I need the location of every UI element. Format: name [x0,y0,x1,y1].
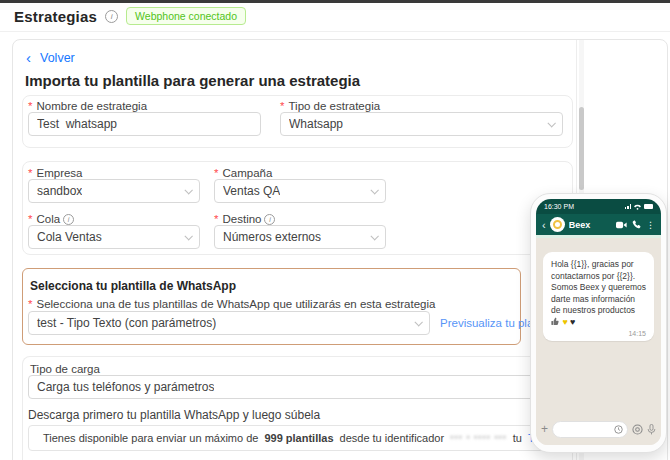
contact-name: Beex [569,220,612,230]
back-arrow-icon[interactable]: ‹ [542,219,546,231]
alert-text-2: desde tu identificador [340,432,445,444]
attach-plus-icon[interactable]: + [541,424,548,434]
video-call-icon[interactable] [616,221,627,229]
phone-statusbar: 16:30 PM [536,199,661,214]
back-link[interactable]: ‹ Volver [26,51,75,65]
alert-strong: 999 plantillas [264,432,333,444]
chat-area: Hola {{1}}, gracias por contactarnos por… [536,238,661,445]
statusbar-time: 16:30 PM [544,203,574,210]
form-title: Importa tu plantilla para generar una es… [25,72,360,89]
scrollbar-thumb[interactable] [579,107,584,190]
thumbs-up-emoji [551,317,560,326]
template-select[interactable]: test - Tipo Texto (con parámetros) [28,311,430,335]
required-marker: * [280,100,284,112]
chat-input-bar: + [536,417,661,445]
required-marker: * [28,213,32,225]
cola-select[interactable]: Cola Ventas [28,225,200,249]
chevron-down-icon [414,318,422,326]
nombre-label: * Nombre de estrategia [28,100,147,112]
template-select-label: * Selecciona una de tus plantillas de Wh… [28,298,435,310]
message-text: Hola {{1}}, gracias por contactarnos por… [551,259,646,315]
alert-text-1: Tienes disponible para enviar un máximo … [43,432,258,444]
microphone-icon[interactable] [647,424,656,435]
message-input[interactable] [552,421,628,438]
whatsapp-preview-phone: 16:30 PM ‹ Beex [530,193,667,453]
chevron-down-icon [184,186,192,194]
tier-info-alert: Tienes disponible para enviar un máximo … [28,425,563,451]
required-marker: * [214,213,218,225]
info-icon[interactable]: i [105,10,118,23]
campana-select[interactable]: Ventas QA [214,179,386,203]
message-time: 14:15 [551,330,646,337]
kebab-menu-icon[interactable]: ⋮ [646,220,655,230]
chevron-down-icon [370,186,378,194]
nombre-input[interactable] [28,112,261,136]
header-divider [0,31,670,32]
required-marker: * [28,298,32,310]
carga-label: Tipo de carga [30,363,100,375]
required-marker: * [28,100,32,112]
window-top-edge [0,0,670,3]
chevron-down-icon [184,232,192,240]
phone-screen: 16:30 PM ‹ Beex [536,199,661,445]
chevron-down-icon [370,232,378,240]
voice-call-icon[interactable] [632,220,641,229]
tipo-select[interactable]: Whatsapp [280,112,563,136]
battery-icon [644,204,653,209]
destino-select[interactable]: Números externos [214,225,386,249]
signal-icon [625,204,632,209]
campana-label: * Campaña [214,167,272,179]
yellow-heart-emoji: ♥ [562,317,567,327]
download-hint: Descarga primero tu plantilla WhatsApp y… [28,408,320,422]
chevron-down-icon [547,119,555,127]
template-section-heading: Selecciona tu plantilla de WhatsApp [30,279,236,293]
required-marker: * [214,167,218,179]
info-icon[interactable]: i [63,214,74,225]
contact-avatar [550,217,565,232]
destino-label: * Destino i [214,213,275,225]
template-message-bubble: Hola {{1}}, gracias por contactarnos por… [543,252,654,341]
chat-header: ‹ Beex ⋮ [536,214,661,235]
required-marker: * [28,167,32,179]
cola-label: * Cola i [28,213,74,225]
clock-sticker-icon[interactable] [614,425,623,434]
black-heart-emoji: ♥ [570,317,575,327]
alert-text-3: tu [513,432,522,444]
empresa-select[interactable]: sandbox [28,179,200,203]
masked-identifier: ▪▪▪ ▪ ▪▪▪▪ ▪▪▪ [450,432,507,442]
empresa-label: * Empresa [28,167,83,179]
tipo-label: * Tipo de estrategia [280,100,380,112]
chevron-left-icon: ‹ [26,52,31,64]
carga-select[interactable]: Carga tus teléfonos y parámetros [28,375,563,399]
info-icon[interactable]: i [264,214,275,225]
wifi-icon [634,204,641,210]
camera-icon[interactable] [632,424,643,435]
page-title: Estrategias [14,8,97,25]
webphone-status-badge: Webphone conectado [126,7,246,25]
back-label: Volver [40,51,75,65]
estrategias-page: Estrategias i Webphone conectado ‹ Volve… [0,0,670,460]
